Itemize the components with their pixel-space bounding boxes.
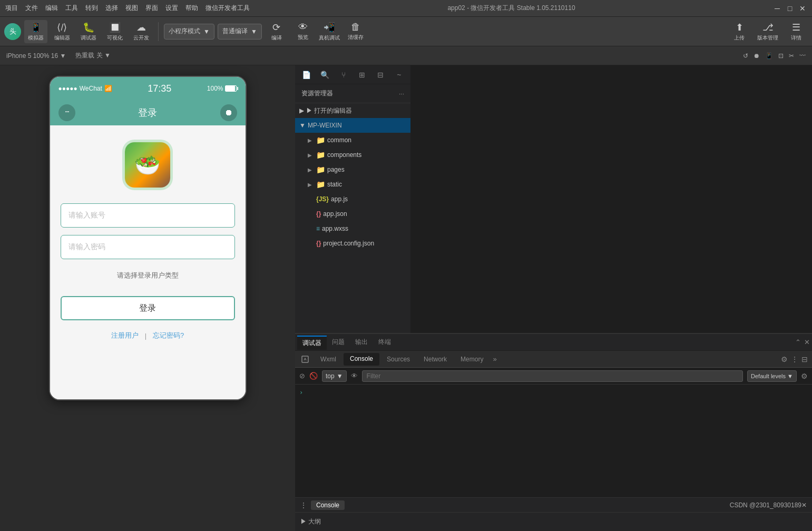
eye-toggle-icon[interactable]: 👁: [351, 372, 358, 380]
tab-sources[interactable]: Sources: [380, 353, 416, 365]
outline-chevron[interactable]: ▶ 大纲: [300, 517, 321, 526]
inspect-icon[interactable]: [299, 353, 311, 365]
battery-percent: 100%: [207, 85, 223, 92]
user-type-label: 请选择登录用户类型: [117, 271, 179, 280]
nav-more-button[interactable]: ···: [58, 104, 75, 121]
filter-input[interactable]: [362, 370, 743, 382]
menu-tools[interactable]: 工具: [65, 4, 78, 13]
upload-button[interactable]: ⬆ 上传: [728, 20, 751, 43]
console-stop-icon[interactable]: ⊘: [299, 372, 305, 380]
files-icon[interactable]: 📄: [299, 67, 314, 82]
console-dock-icon[interactable]: ⊟: [801, 355, 808, 363]
file-panel-more[interactable]: ···: [399, 90, 404, 97]
user-avatar[interactable]: 头: [4, 23, 21, 40]
tab-issues[interactable]: 问题: [327, 336, 350, 349]
console-settings-icon[interactable]: ⚙: [781, 355, 788, 363]
menu-edit[interactable]: 编辑: [45, 4, 58, 13]
tab-debugger[interactable]: 调试器: [297, 336, 327, 350]
forgot-link[interactable]: 忘记密码?: [153, 331, 184, 340]
real-device-button[interactable]: 📲 真机调试: [318, 20, 341, 43]
panel-maximize-icon[interactable]: ⌃: [795, 338, 801, 346]
console-prompt[interactable]: ›: [299, 389, 303, 396]
log-level-dropdown[interactable]: Default levels ▼: [747, 370, 797, 382]
wifi-signal: 📶: [104, 85, 112, 92]
register-link[interactable]: 注册用户: [111, 331, 139, 340]
filter-bar: ⊘ 🚫 top ▼ 👁 Default levels ▼ ⚙: [295, 368, 812, 385]
rotate-icon[interactable]: ↺: [743, 52, 748, 60]
tilde-icon[interactable]: ~: [392, 67, 406, 82]
debugger-btn[interactable]: 🐛 调试器: [77, 20, 100, 43]
mp-weixin-section[interactable]: ▼ MP-WEIXIN: [295, 118, 410, 133]
preview-button[interactable]: 👁 预览: [291, 20, 315, 43]
file-project-config[interactable]: {} project.config.json: [295, 236, 410, 251]
file-app-wxss[interactable]: ≡ app.wxss: [295, 221, 410, 236]
maximize-button[interactable]: □: [786, 4, 794, 13]
bug-icon: 🐛: [83, 22, 94, 33]
folder-static[interactable]: ▶ 📁 static: [295, 177, 410, 192]
compile-button[interactable]: ⟳ 编译: [265, 20, 288, 43]
password-input[interactable]: 请输入密码: [61, 235, 235, 259]
split-icon[interactable]: ⊞: [355, 67, 369, 82]
menu-devtools[interactable]: 微信开发者工具: [206, 4, 250, 13]
menu-interface[interactable]: 界面: [145, 4, 158, 13]
mode-dropdown[interactable]: 小程序模式 ▼: [164, 24, 214, 40]
record-icon[interactable]: ⏺: [754, 52, 760, 60]
more-tabs-icon[interactable]: »: [493, 355, 496, 363]
menu-project[interactable]: 项目: [5, 4, 18, 13]
menu-file[interactable]: 文件: [25, 4, 38, 13]
menu-select[interactable]: 选择: [105, 4, 118, 13]
resource-manager-label: 资源管理器: [301, 89, 333, 98]
visual-btn[interactable]: 🔲 可视化: [103, 20, 126, 43]
version-button[interactable]: ⎇ 版本管理: [756, 20, 779, 43]
folder-pages[interactable]: ▶ 📁 pages: [295, 162, 410, 177]
simulator-btn[interactable]: 📱 模拟器: [24, 20, 47, 43]
filter-settings-icon[interactable]: ⚙: [801, 372, 808, 380]
menu-view[interactable]: 视图: [125, 4, 138, 13]
folder-common[interactable]: ▶ 📁 common: [295, 133, 410, 148]
minimize-button[interactable]: ─: [773, 4, 781, 13]
clear-cache-button[interactable]: 🗑 清缓存: [344, 20, 367, 43]
close-button[interactable]: ✕: [798, 4, 807, 13]
context-selector[interactable]: top ▼: [322, 370, 347, 382]
phone-nav-bar: ··· 登录 ⏺: [50, 100, 246, 125]
account-placeholder: 请输入账号: [69, 211, 105, 220]
reload-button[interactable]: 热重载 关 ▼: [71, 50, 115, 61]
search-icon[interactable]: 🔍: [318, 67, 332, 82]
menu-help[interactable]: 帮助: [185, 4, 198, 13]
bottom-menu-icon[interactable]: ⋮: [300, 502, 307, 509]
file-app-json[interactable]: {} app.json: [295, 206, 410, 221]
compile-dropdown[interactable]: 普通编译 ▼: [218, 24, 262, 40]
panel-close-icon[interactable]: ✕: [804, 338, 810, 346]
cloud-btn[interactable]: ☁ 云开发: [130, 20, 153, 43]
nav-record-button[interactable]: ⏺: [220, 104, 237, 121]
phone-outline-icon[interactable]: 📱: [765, 52, 773, 60]
tab-wxml[interactable]: Wxml: [314, 353, 343, 365]
console-more-icon[interactable]: ⋮: [791, 355, 798, 363]
source-control-icon[interactable]: ⑂: [336, 67, 350, 82]
link-separator: |: [145, 332, 146, 340]
trash-icon: 🗑: [351, 22, 360, 33]
detail-button[interactable]: ☰ 详情: [785, 20, 808, 43]
login-button[interactable]: 登录: [61, 296, 235, 320]
tab-network[interactable]: Network: [417, 353, 453, 365]
svg-rect-0: [302, 356, 308, 362]
tab-memory[interactable]: Memory: [454, 353, 490, 365]
folder-components[interactable]: ▶ 📁 components: [295, 148, 410, 162]
console-bottom-tab[interactable]: Console: [311, 500, 345, 510]
menu-goto[interactable]: 转到: [85, 4, 98, 13]
bottom-right-text: CSDN @2301_80930189✕: [730, 502, 807, 509]
collapse-icon[interactable]: ⊟: [374, 67, 388, 82]
open-editors-section[interactable]: ▶ ▶ 打开的编辑器: [295, 103, 410, 118]
tab-console[interactable]: Console: [344, 353, 379, 366]
cut-icon[interactable]: ✂: [789, 52, 794, 60]
expand-icon[interactable]: ⊡: [778, 52, 784, 60]
console-clear-icon[interactable]: 🚫: [309, 372, 318, 380]
file-app-js[interactable]: {JS} app.js: [295, 192, 410, 206]
tab-output[interactable]: 输出: [350, 336, 373, 349]
tab-terminal[interactable]: 终端: [373, 336, 396, 349]
menu-settings[interactable]: 设置: [165, 4, 178, 13]
wifi-icon[interactable]: 〰: [799, 52, 806, 60]
console-content: ›: [295, 385, 812, 497]
editor-btn[interactable]: ⟨/⟩ 编辑器: [51, 20, 74, 43]
account-input[interactable]: 请输入账号: [61, 203, 235, 228]
